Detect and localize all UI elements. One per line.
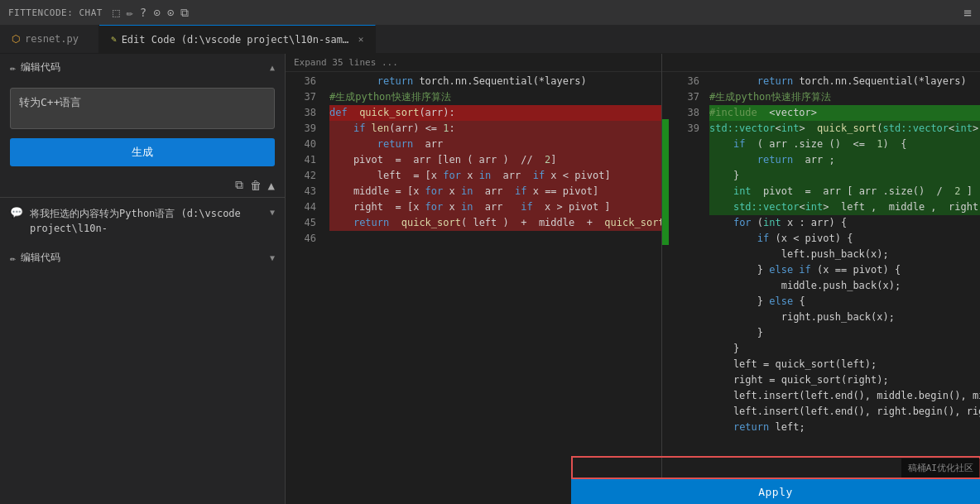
up-icon[interactable]: ▲	[268, 179, 275, 192]
edit-code-input[interactable]: 转为C++语言	[10, 88, 275, 129]
diff-breadcrumb	[662, 54, 980, 72]
chevron-up-icon: ▲	[270, 63, 275, 72]
diff-line: #生成python快速排序算法	[709, 89, 980, 105]
chevron-right-icon: ▼	[270, 253, 275, 262]
watermark: 稿桶AI优化社区	[901, 458, 980, 478]
diff-line: if (x < pivot) {	[709, 231, 980, 247]
chat-icon: 💬	[10, 206, 23, 218]
diff-line: right = quick_sort(right);	[709, 372, 980, 388]
code-line: return torch.nn.Sequential(*layers)	[329, 74, 661, 89]
diff-line: } else if (x == pivot) {	[709, 262, 980, 278]
diff-line: return arr ;	[709, 152, 980, 168]
generate-button[interactable]: 生成	[10, 138, 275, 166]
title-bar: FITTENCODE: CHAT ⬚ ✏ ? ⊙ ⊙ ⧉ ≡	[0, 0, 980, 25]
window-icon-5[interactable]: ⊙	[167, 6, 174, 19]
tab-resnet[interactable]: ⬡ resnet.py	[0, 25, 99, 53]
diff-line: return torch.nn.Sequential(*layers)	[709, 74, 980, 89]
window-icon-2[interactable]: ✏	[126, 6, 132, 19]
menu-icon[interactable]: ≡	[963, 5, 972, 21]
tab-arrow-icon: ⬡	[12, 33, 20, 45]
diff-line: left.insert(left.end(), right.begin(), r…	[709, 404, 980, 420]
diff-code-lines: return torch.nn.Sequential(*layers) #生成p…	[706, 72, 980, 479]
tab-edit-icon: ✎	[111, 34, 117, 45]
diff-line: }	[709, 325, 980, 341]
code-line: return quick_sort( left ) + middle + qui…	[329, 215, 661, 231]
left-editor-pane: Expand 35 lines ... 36 37 38 39 40 41 42…	[286, 54, 661, 504]
breadcrumb-text: Expand 35 lines ...	[294, 57, 398, 68]
diff-marker-bar	[662, 72, 669, 479]
chevron-down-icon: ▼	[270, 208, 275, 217]
diff-line: left = quick_sort(left);	[709, 357, 980, 372]
sidebar-section-edit-code: ✏ 编辑代码 ▲ 转为C++语言 生成 ⧉ 🗑 ▲	[0, 54, 285, 198]
code-line: if len(arr) <= 1:	[329, 121, 661, 137]
code-line: def quick_sort(arr):	[329, 105, 661, 121]
diff-line: }	[709, 341, 980, 357]
diff-pane: 36 37 38 39	[661, 54, 980, 504]
diff-code-content: 36 37 38 39	[662, 72, 980, 479]
app-title: FITTENCODE: CHAT	[8, 7, 103, 18]
diff-line: for (int x : arr) {	[709, 215, 980, 231]
diff-line: right.push_back(x);	[709, 310, 980, 325]
tab-label: resnet.py	[25, 33, 79, 45]
diff-line: return left;	[709, 420, 980, 435]
pencil-icon: ✏	[10, 62, 16, 74]
title-bar-icons: ⬚ ✏ ? ⊙ ⊙ ⧉	[113, 6, 189, 20]
diff-line: #include <vector>	[709, 105, 980, 121]
sidebar-chat-item[interactable]: 💬 将我拒选的内容转为Python语言 (d:\vscode project\l…	[0, 198, 285, 244]
code-lines-left: return torch.nn.Sequential(*layers) #生成p…	[323, 72, 661, 479]
window-icon-4[interactable]: ⊙	[153, 6, 160, 19]
apply-button[interactable]: Apply	[742, 486, 809, 498]
chat-item-text: 将我拒选的内容转为Python语言 (d:\vscode project\l10…	[30, 206, 263, 236]
diff-line: std::vector<int> left , middle , right ;	[709, 199, 980, 215]
diff-line: left.push_back(x);	[709, 247, 980, 262]
apply-bar: Apply	[571, 479, 980, 504]
sidebar-section2-header[interactable]: ✏ 编辑代码 ▼	[0, 244, 285, 271]
tab-close-icon[interactable]: ✕	[358, 34, 364, 45]
code-line: pivot = arr [len ( arr ) // 2]	[329, 152, 661, 168]
sidebar: ✏ 编辑代码 ▲ 转为C++语言 生成 ⧉ 🗑 ▲ 💬 将我拒选的内容转为Pyt…	[0, 54, 286, 504]
tab-edit-code[interactable]: ✎ Edit Code (d:\vscode project\l10n-samp…	[99, 25, 376, 53]
diff-line: left.insert(left.end(), middle.begin(), …	[709, 388, 980, 404]
tabs-bar: ⬡ resnet.py ✎ Edit Code (d:\vscode proje…	[0, 25, 980, 54]
diff-line: std::vector<int> quick_sort(std::vector<…	[709, 121, 980, 137]
code-line: middle = [x for x in arr if x == pivot]	[329, 184, 661, 199]
line-numbers-left: 36 37 38 39 40 41 42 43 44 45 46	[286, 72, 323, 479]
code-line: right = [x for x in arr if x > pivot ]	[329, 199, 661, 215]
tab-edit-label: Edit Code (d:\vscode project\l10n-sample…	[122, 34, 353, 46]
diff-line: } else {	[709, 294, 980, 310]
pencil-icon-2: ✏	[10, 252, 16, 264]
diff-line: int pivot = arr [ arr .size() / 2 ] ;	[709, 184, 980, 199]
window-icon-3[interactable]: ?	[140, 6, 147, 19]
left-code-content: 36 37 38 39 40 41 42 43 44 45 46 return …	[286, 72, 661, 479]
sidebar-action-bar: ⧉ 🗑 ▲	[0, 173, 285, 197]
diff-line: }	[709, 168, 980, 184]
editor-area: Expand 35 lines ... 36 37 38 39 40 41 42…	[286, 54, 980, 504]
copy-icon[interactable]: ⧉	[235, 178, 243, 192]
code-line: left = [x for x in arr if x < pivot]	[329, 168, 661, 184]
diff-line: if ( arr .size () <= 1) {	[709, 137, 980, 152]
editor-breadcrumb: Expand 35 lines ...	[286, 54, 661, 72]
code-line: #生成python快速排序算法	[329, 89, 661, 105]
diff-line: middle.push_back(x);	[709, 278, 980, 294]
diff-line-numbers: 36 37 38 39	[669, 72, 706, 479]
delete-icon[interactable]: 🗑	[250, 179, 262, 192]
sidebar-section1-header[interactable]: ✏ 编辑代码 ▲	[0, 54, 285, 81]
sidebar-section1-title: 编辑代码	[21, 60, 265, 74]
window-icon-6[interactable]: ⧉	[180, 6, 189, 20]
sidebar-input-area: 转为C++语言 生成	[0, 81, 285, 173]
window-icon-1[interactable]: ⬚	[113, 6, 119, 19]
sidebar-section2-title: 编辑代码	[21, 251, 265, 265]
code-line: return arr	[329, 137, 661, 152]
main-layout: ✏ 编辑代码 ▲ 转为C++语言 生成 ⧉ 🗑 ▲ 💬 将我拒选的内容转为Pyt…	[0, 54, 980, 504]
